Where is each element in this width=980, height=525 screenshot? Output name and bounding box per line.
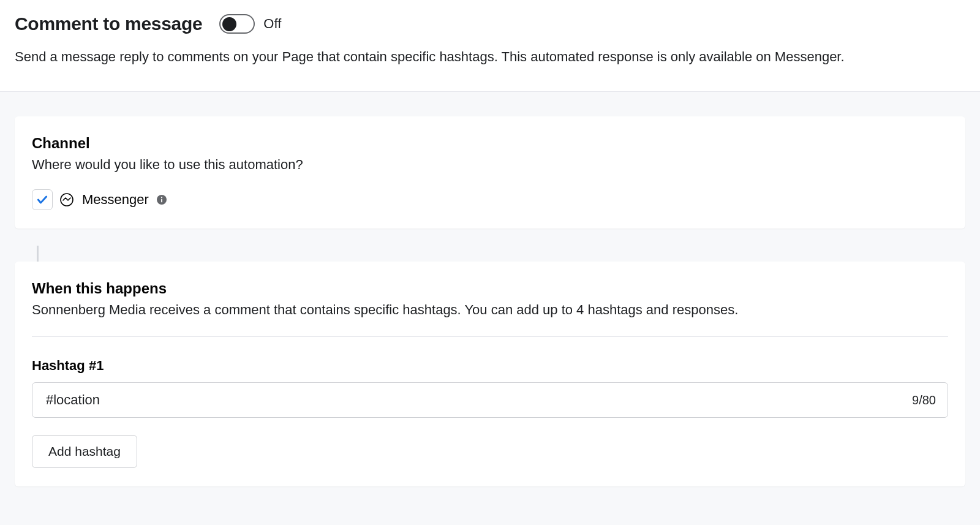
channel-title: Channel bbox=[32, 135, 948, 152]
hashtag-label: Hashtag #1 bbox=[32, 358, 948, 374]
channel-description: Where would you like to use this automat… bbox=[32, 156, 948, 175]
info-icon[interactable] bbox=[156, 194, 167, 205]
toggle-knob bbox=[222, 17, 236, 31]
channel-option-messenger: Messenger bbox=[32, 189, 948, 210]
card-connector bbox=[37, 246, 39, 262]
check-icon bbox=[36, 194, 48, 206]
hashtag-input-wrap: 9/80 bbox=[32, 382, 948, 418]
page-subtitle: Send a message reply to comments on your… bbox=[15, 48, 965, 67]
page-title: Comment to message bbox=[15, 13, 202, 34]
messenger-icon bbox=[59, 192, 75, 208]
messenger-checkbox[interactable] bbox=[32, 189, 53, 210]
channel-card: Channel Where would you like to use this… bbox=[15, 116, 965, 229]
feature-toggle[interactable] bbox=[219, 14, 255, 34]
header-section: Comment to message Off Send a message re… bbox=[0, 0, 980, 92]
trigger-description: Sonnenberg Media receives a comment that… bbox=[32, 301, 948, 320]
svg-rect-2 bbox=[161, 198, 162, 202]
content-area: Channel Where would you like to use this… bbox=[0, 92, 980, 519]
title-row: Comment to message Off bbox=[15, 13, 965, 34]
add-hashtag-button[interactable]: Add hashtag bbox=[32, 435, 137, 468]
hashtag-input[interactable] bbox=[32, 382, 948, 418]
toggle-state-label: Off bbox=[263, 16, 281, 32]
toggle-wrap: Off bbox=[219, 14, 281, 34]
trigger-title: When this happens bbox=[32, 280, 948, 297]
svg-point-3 bbox=[161, 197, 162, 198]
channel-label: Messenger bbox=[82, 192, 149, 208]
divider bbox=[32, 336, 948, 337]
trigger-card: When this happens Sonnenberg Media recei… bbox=[15, 262, 965, 487]
